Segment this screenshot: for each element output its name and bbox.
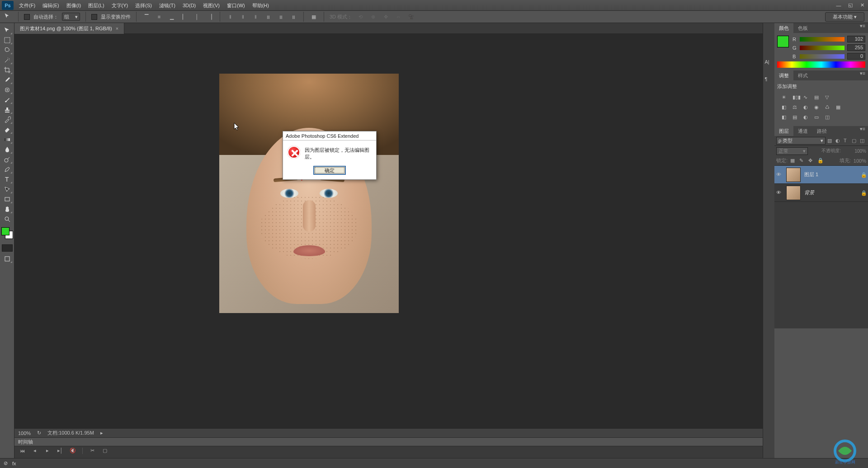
layer-thumbnail[interactable] — [786, 168, 801, 182]
lock-all-icon[interactable]: 🔒 — [817, 158, 824, 164]
filter-adjust-icon[interactable]: ◐ — [835, 138, 842, 144]
paths-tab[interactable]: 路径 — [812, 126, 831, 136]
dist-bottom-icon[interactable]: ⫴ — [251, 12, 260, 21]
dist-right-icon[interactable]: ⫼ — [289, 12, 298, 21]
marquee-tool[interactable] — [1, 36, 13, 45]
transition-icon[interactable]: ▢ — [102, 448, 108, 454]
layers-tab[interactable]: 图层 — [774, 126, 793, 136]
curves-icon[interactable]: ∿ — [803, 94, 811, 103]
ok-button[interactable]: 确定 — [313, 166, 346, 175]
first-frame-icon[interactable]: ⏮ — [19, 448, 25, 454]
channels-tab[interactable]: 通道 — [793, 126, 812, 136]
swatches-tab[interactable]: 色板 — [793, 23, 812, 33]
bw-icon[interactable]: ◐ — [803, 104, 811, 112]
minimize-icon[interactable]: — — [833, 1, 844, 9]
menu-select[interactable]: 选择(S) — [132, 0, 156, 11]
auto-select-checkbox[interactable] — [24, 14, 30, 20]
link-layers-icon[interactable]: ⊘ — [4, 460, 8, 466]
filter-shape-icon[interactable]: ▢ — [852, 138, 858, 144]
g-slider[interactable] — [800, 46, 844, 50]
lock-pixels-icon[interactable]: ✎ — [799, 158, 806, 164]
brush-tool[interactable] — [1, 95, 13, 104]
layer-thumbnail[interactable] — [786, 186, 801, 200]
menu-3d[interactable]: 3D(D) — [179, 0, 199, 11]
quickmask-toggle[interactable] — [2, 244, 13, 252]
auto-select-dropdown[interactable]: 组▾ — [62, 13, 80, 21]
magic-wand-tool[interactable] — [1, 56, 13, 65]
filter-type-icon[interactable]: T — [844, 138, 850, 144]
brightness-icon[interactable]: ☀ — [782, 94, 790, 103]
stamp-tool[interactable] — [1, 105, 13, 114]
healing-brush-tool[interactable] — [1, 85, 13, 94]
align-right-icon[interactable]: ▕ — [205, 12, 214, 21]
styles-tab[interactable]: 样式 — [793, 70, 812, 80]
invert-icon[interactable]: ◧ — [782, 114, 790, 122]
menu-image[interactable]: 图像(I) — [63, 0, 85, 11]
foreground-color[interactable] — [777, 36, 789, 47]
color-swatches[interactable] — [1, 227, 13, 239]
workspace-switcher[interactable]: 基本功能 ▾ — [825, 12, 864, 22]
maximize-icon[interactable]: ◱ — [844, 1, 856, 9]
blend-mode-dropdown[interactable]: 正常▾ — [776, 147, 808, 155]
photofilter-icon[interactable]: ◉ — [814, 104, 822, 112]
play-icon[interactable]: ▸ — [44, 448, 51, 454]
align-top-icon[interactable]: ▔ — [142, 12, 151, 21]
layer-name[interactable]: 图层 1 — [804, 171, 857, 178]
mute-icon[interactable]: 🔇 — [70, 448, 76, 454]
align-bottom-icon[interactable]: ▁ — [167, 12, 176, 21]
filter-smart-icon[interactable]: ◫ — [860, 138, 866, 144]
layer-row[interactable]: 👁 图层 1 🔒 — [774, 166, 868, 184]
path-select-tool[interactable] — [1, 185, 13, 194]
auto-align-icon[interactable]: ▦ — [309, 12, 318, 21]
fill-value[interactable]: 100% — [854, 158, 866, 164]
close-icon[interactable]: ✕ — [856, 1, 868, 9]
align-hmid-icon[interactable]: │ — [193, 12, 202, 21]
color-spectrum[interactable] — [777, 61, 865, 68]
menu-layer[interactable]: 图层(L) — [85, 0, 108, 11]
menu-view[interactable]: 视图(V) — [199, 0, 223, 11]
menu-filter[interactable]: 滤镜(T) — [156, 0, 179, 11]
dist-hmid-icon[interactable]: ⫼ — [276, 12, 285, 21]
screen-mode-toggle[interactable] — [1, 254, 13, 263]
tab-close-icon[interactable]: × — [116, 26, 118, 31]
refresh-icon[interactable]: ↻ — [37, 430, 41, 436]
type-tool[interactable]: T — [1, 175, 13, 184]
visibility-icon[interactable]: 👁 — [776, 190, 783, 196]
levels-icon[interactable]: ▮▯▮ — [793, 94, 801, 103]
eyedropper-tool[interactable] — [1, 75, 13, 84]
lock-position-icon[interactable]: ✥ — [808, 158, 815, 164]
pen-tool[interactable] — [1, 165, 13, 174]
b-slider[interactable] — [800, 54, 844, 59]
move-tool-icon[interactable] — [4, 12, 13, 21]
filter-pixel-icon[interactable]: ▧ — [827, 138, 834, 144]
hand-tool[interactable] — [1, 205, 13, 214]
history-brush-tool[interactable] — [1, 115, 13, 124]
dodge-tool[interactable] — [1, 155, 13, 164]
timeline-panel-header[interactable]: 时间轴▾≡ — [14, 437, 774, 446]
panel-menu-icon[interactable]: ▾≡ — [857, 23, 868, 33]
move-tool[interactable] — [1, 26, 13, 35]
channelmix-icon[interactable]: ♺ — [825, 104, 833, 112]
menu-help[interactable]: 帮助(H) — [249, 0, 273, 11]
menu-type[interactable]: 文字(Y) — [108, 0, 132, 11]
split-icon[interactable]: ✂ — [89, 448, 95, 454]
color-tab[interactable]: 颜色 — [774, 23, 793, 33]
r-slider[interactable] — [800, 37, 844, 42]
dist-top-icon[interactable]: ⫴ — [226, 12, 235, 21]
layer-filter-dropdown[interactable]: ρ 类型▾ — [776, 137, 826, 145]
posterize-icon[interactable]: ▤ — [793, 114, 801, 122]
crop-tool[interactable] — [1, 66, 13, 75]
panel-menu-icon[interactable]: ▾≡ — [857, 126, 868, 136]
selectivecolor-icon[interactable]: ◫ — [825, 114, 833, 122]
eraser-tool[interactable] — [1, 125, 13, 134]
document-tab[interactable]: 图片素材14.png @ 100% (图层 1, RGB/8) × — [14, 23, 124, 34]
visibility-icon[interactable]: 👁 — [776, 172, 783, 178]
gradientmap-icon[interactable]: ▭ — [814, 114, 822, 122]
align-vmid-icon[interactable]: ≡ — [155, 12, 164, 21]
show-transform-checkbox[interactable] — [91, 14, 97, 20]
r-value[interactable]: 102 — [847, 36, 865, 42]
lock-transparency-icon[interactable]: ▦ — [790, 158, 797, 164]
adjustments-tab[interactable]: 调整 — [774, 70, 793, 80]
vibrance-icon[interactable]: ▽ — [825, 94, 833, 103]
opacity-value[interactable]: 100% — [854, 149, 866, 154]
